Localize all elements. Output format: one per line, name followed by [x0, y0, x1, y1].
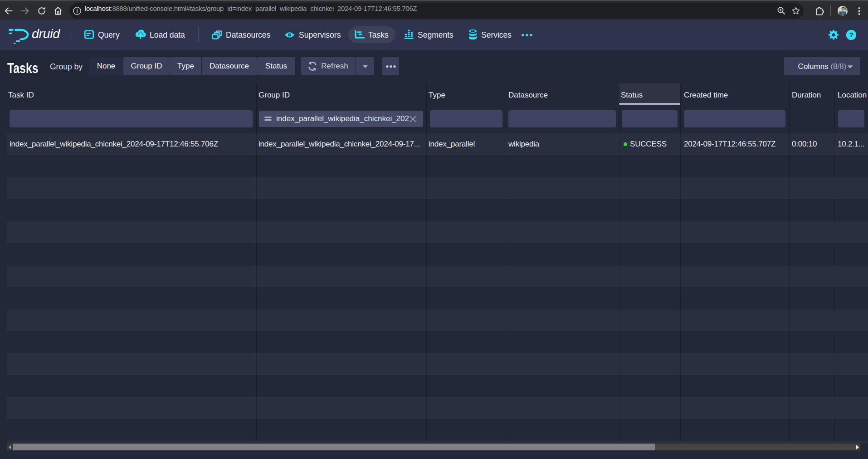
svg-text:?: ? [849, 31, 853, 39]
